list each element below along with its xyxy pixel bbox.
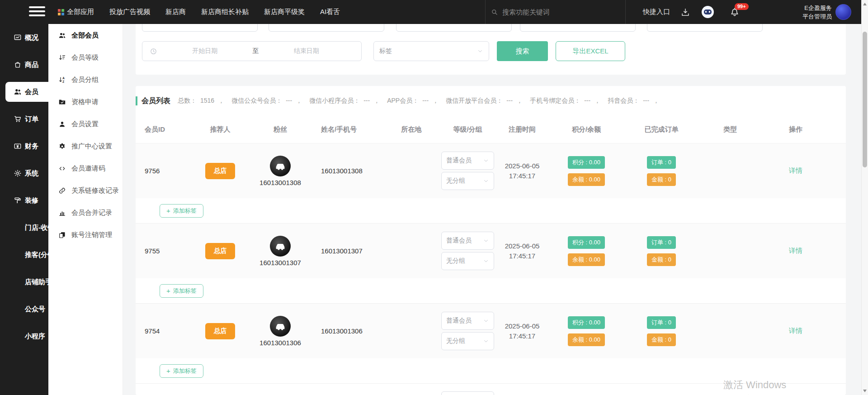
sidebar-item[interactable]: 商品 [0, 55, 48, 75]
level-select[interactable]: 普通会员 [441, 232, 494, 250]
member-stats: 总数：1516，微信公众号会员：---，微信小程序会员：---，APP会员：--… [178, 97, 666, 105]
search-input[interactable] [502, 8, 606, 16]
submenu-item[interactable]: 会员邀请码 [48, 159, 123, 177]
sidebar-item[interactable]: 会员 [5, 82, 48, 102]
top-nav-item[interactable]: 投放广告视频 [109, 8, 150, 16]
orders-badge: 订单 : 0 [647, 236, 676, 249]
filter-input[interactable] [269, 24, 384, 32]
sidebar-item[interactable]: 系统 [0, 163, 48, 183]
sidebar-item[interactable]: 小程序 [0, 326, 48, 346]
export-excel-button[interactable]: 导出EXCEL [556, 41, 625, 61]
goods-icon [14, 61, 22, 69]
sidebar-item[interactable]: 推客(分销) [0, 245, 48, 265]
filter-input[interactable] [142, 24, 258, 32]
sidebar-item[interactable]: 公众号 [0, 299, 48, 319]
sidebar-item[interactable]: 门店-收银台 [0, 218, 48, 238]
search-button[interactable]: 搜索 [497, 41, 548, 61]
orders-badge: 订单 : 0 [647, 316, 676, 329]
add-tag-button[interactable]: + 添加标签 [160, 364, 203, 378]
chevron-down-icon [483, 238, 489, 244]
submenu-item[interactable]: 会员合并记录 [48, 204, 123, 222]
person-icon [58, 120, 66, 128]
member-phone: 16013001308 [321, 167, 363, 175]
group-select[interactable]: 无分组 [441, 172, 494, 190]
detail-link[interactable]: 详情 [789, 247, 802, 255]
assistant-robot-icon[interactable] [702, 6, 714, 18]
svg-text:A: A [62, 76, 65, 80]
amount-badge: 金额 : 0 [647, 333, 676, 346]
type-cell [714, 224, 746, 278]
member-phone: 16013001306 [321, 327, 363, 335]
submenu-item[interactable]: 会员等级 [48, 48, 123, 67]
download-icon[interactable] [680, 7, 690, 17]
member-id: 9754 [145, 327, 160, 335]
points-badge: 积分 : 0.00 [568, 316, 605, 329]
plus-icon: + [166, 287, 170, 295]
add-tag-button[interactable]: + 添加标签 [160, 284, 203, 298]
date-range-input[interactable]: 开始日期 至 结束日期 [142, 41, 362, 61]
register-time-cell: 2025-06-05 17:45:17 [500, 304, 545, 358]
topbar-divider [625, 0, 626, 24]
tag-select[interactable]: 标签 [373, 41, 489, 61]
quick-entry-link[interactable]: 快捷入口 [643, 0, 670, 24]
list-header: 会员列表 总数：1516，微信公众号会员：---，微信小程序会员：---，APP… [136, 94, 846, 108]
account-info[interactable]: E企盈服务 平台管理员 [769, 4, 832, 21]
hamburger-menu-icon[interactable] [29, 6, 45, 18]
fans-number: 16013001306 [259, 339, 301, 347]
level-select[interactable] [441, 391, 494, 395]
sidebar-item[interactable]: 财务 [0, 136, 48, 156]
filter-card: 开始日期 至 结束日期 标签 搜索 导出EXCEL [136, 24, 846, 75]
scrollbar-thumb[interactable] [863, 32, 867, 167]
notifications-button[interactable]: 99+ [729, 6, 741, 18]
balance-badge: 余额 : 0.00 [568, 253, 605, 266]
location-cell [389, 304, 434, 358]
member-id-cell: 9756 [145, 143, 185, 198]
sidebar-item[interactable]: 订单 [0, 109, 48, 129]
submenu-item[interactable]: 会员设置 [48, 115, 123, 133]
clock-icon [150, 48, 157, 55]
member-phone: 16013001307 [321, 247, 363, 255]
top-nav-item[interactable]: AI看舌 [320, 8, 340, 16]
chevron-down-icon [483, 157, 489, 164]
member-avatar [270, 236, 291, 257]
scroll-down-arrow-icon[interactable] [863, 390, 867, 392]
detail-link[interactable]: 详情 [789, 167, 802, 175]
gear-solid-icon [58, 143, 66, 150]
level-select[interactable]: 普通会员 [441, 152, 494, 170]
users-icon [58, 32, 66, 39]
gear-icon [14, 169, 22, 177]
top-nav-item[interactable]: 全部应用 [58, 8, 94, 16]
stat-item: 总数：1516， [178, 97, 224, 104]
avatar[interactable] [835, 4, 851, 20]
scroll-up-arrow-icon[interactable] [863, 3, 867, 5]
submenu-item[interactable]: 推广中心设置 [48, 137, 123, 155]
vertical-scrollbar[interactable] [861, 0, 868, 395]
main-content: 开始日期 至 结束日期 标签 搜索 导出EXCEL 会员列表 总数：1516，微… [123, 24, 861, 395]
submenu-item[interactable]: 全部会员 [48, 26, 123, 44]
sidebar-item[interactable]: 概况 [0, 28, 48, 48]
table-header: 会员ID推荐人粉丝姓名/手机号所在地等级/分组注册时间积分/余额已完成订单类型操… [136, 122, 846, 137]
filter-input[interactable] [396, 24, 512, 32]
group-select[interactable]: 无分组 [441, 332, 494, 350]
sidebar-item[interactable]: 装修 [0, 190, 48, 210]
top-nav-item[interactable]: 新店商平级奖 [264, 8, 305, 16]
filter-input[interactable] [647, 24, 763, 32]
search-icon [491, 8, 498, 16]
add-tag-button[interactable]: + 添加标签 [160, 204, 203, 218]
level-select[interactable]: 普通会员 [441, 312, 494, 330]
submenu-item[interactable]: 资格申请 [48, 93, 123, 111]
top-nav-item[interactable]: 新店商 [165, 8, 186, 16]
balance-badge: 余额 : 0.00 [568, 173, 605, 186]
points-badge: 积分 : 0.00 [568, 156, 605, 169]
submenu-item[interactable]: AZ 会员分组 [48, 71, 123, 89]
submenu-item[interactable]: 关系链修改记录 [48, 181, 123, 200]
stat-item: 微信小程序会员：---， [309, 97, 380, 104]
detail-link[interactable]: 详情 [789, 327, 802, 335]
chevron-down-icon [483, 178, 489, 184]
top-nav-item[interactable]: 新店商组长补贴 [201, 8, 249, 16]
sidebar-item[interactable]: 店铺助手 [0, 272, 48, 292]
filter-input[interactable] [520, 24, 636, 32]
group-select[interactable]: 无分组 [441, 252, 494, 270]
type-cell [714, 143, 746, 198]
notification-badge: 99+ [735, 3, 749, 10]
